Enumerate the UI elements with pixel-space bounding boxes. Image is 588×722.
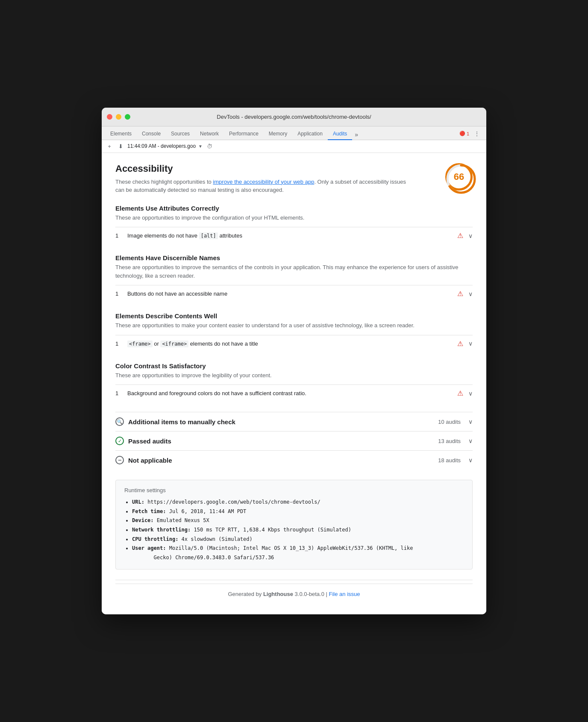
additional-items-section: 🔍 Additional items to manually check 10 … <box>115 412 473 431</box>
browser-window: DevTools - developers.google.com/web/too… <box>102 108 486 615</box>
code-frame: <frame> <box>127 340 153 347</box>
not-applicable-count: 18 audits <box>438 457 461 464</box>
footer-divider <box>115 580 473 580</box>
audit-warning: ⚠ <box>457 340 463 348</box>
tab-audits[interactable]: Audits <box>328 128 352 140</box>
group-4-desc: These are opportunities to improve the l… <box>115 371 473 380</box>
audit-number: 1 <box>115 232 122 239</box>
add-button[interactable]: + <box>105 142 114 150</box>
minus-circle-icon: − <box>115 456 124 464</box>
file-issue-link[interactable]: File an issue <box>329 591 360 597</box>
expand-icon[interactable]: ∨ <box>468 457 473 464</box>
audit-warning: ⚠ <box>457 232 463 240</box>
group-2-desc: These are opportunities to improve the s… <box>115 263 473 280</box>
search-circle-icon: 🔍 <box>115 417 124 426</box>
audit-text: Image elements do not have [alt] attribu… <box>127 232 452 239</box>
not-applicable-title: Not applicable <box>128 457 434 464</box>
audit-text: Background and foreground colors do not … <box>127 390 452 396</box>
score-number: 66 <box>454 171 464 182</box>
runtime-list: URL: https://developers.google.com/web/t… <box>124 498 464 562</box>
expand-icon[interactable]: ∨ <box>468 291 473 297</box>
audit-number: 1 <box>115 291 122 297</box>
not-applicable-section: − Not applicable 18 audits ∨ <box>115 450 473 470</box>
audit-warning: ⚠ <box>457 290 463 298</box>
additional-items-count: 10 audits <box>438 419 461 425</box>
runtime-settings: Runtime settings URL: https://developers… <box>115 480 473 569</box>
audit-text: Buttons do not have an accessible name <box>127 291 452 297</box>
group-1-desc: These are opportunities to improve the c… <box>115 214 473 222</box>
expand-icon[interactable]: ∨ <box>468 232 473 239</box>
audit-item: 1 <frame> or <iframe> elements do not ha… <box>115 335 473 352</box>
additional-items-title: Additional items to manually check <box>128 418 434 426</box>
error-count: 1 <box>467 131 469 136</box>
accessibility-description: These checks highlight opportunities to … <box>115 178 406 194</box>
tab-network[interactable]: Network <box>195 128 224 140</box>
group-3-title: Elements Describe Contents Well <box>115 312 473 320</box>
main-content: Accessibility These checks highlight opp… <box>102 153 486 615</box>
group-2-title: Elements Have Discernible Names <box>115 254 473 261</box>
sub-toolbar: + ⬇ 11:44:09 AM - developers.goo ▼ ⏱ <box>102 140 486 153</box>
footer: Generated by Lighthouse 3.0.0-beta.0 | F… <box>115 584 473 604</box>
more-tabs-button[interactable]: » <box>352 129 361 140</box>
maximize-button[interactable] <box>125 114 130 120</box>
passed-audits-header[interactable]: ✓ Passed audits 13 audits ∨ <box>115 437 473 445</box>
window-title: DevTools - developers.google.com/web/too… <box>217 114 371 120</box>
runtime-fetch-time: Fetch time: Jul 6, 2018, 11:44 AM PDT <box>132 507 464 517</box>
expand-icon[interactable]: ∨ <box>468 437 473 444</box>
expand-icon[interactable]: ∨ <box>468 340 473 347</box>
tab-elements[interactable]: Elements <box>105 128 137 140</box>
accessibility-title: Accessibility <box>115 163 406 174</box>
score-circle: 66 <box>445 163 473 191</box>
audit-number: 1 <box>115 340 122 347</box>
group-4-title: Color Contrast Is Satisfactory <box>115 362 473 370</box>
runtime-network: Network throttling: 150 ms TCP RTT, 1,63… <box>132 525 464 535</box>
download-button[interactable]: ⬇ <box>116 142 125 150</box>
passed-audits-count: 13 audits <box>438 438 461 444</box>
audit-group-attributes: Elements Use Attributes Correctly These … <box>115 205 473 244</box>
runtime-cpu: CPU throttling: 4x slowdown (Simulated) <box>132 535 464 544</box>
audit-text: <frame> or <iframe> elements do not have… <box>127 340 452 347</box>
group-3-desc: These are opportunities to make your con… <box>115 321 473 330</box>
dropdown-icon[interactable]: ▼ <box>198 144 203 149</box>
warning-icon: ⚠ <box>457 389 463 397</box>
runtime-url: URL: https://developers.google.com/web/t… <box>132 498 464 507</box>
audit-item: 1 Background and foreground colors do no… <box>115 384 473 402</box>
runtime-settings-title: Runtime settings <box>124 487 464 493</box>
additional-items-header[interactable]: 🔍 Additional items to manually check 10 … <box>115 417 473 426</box>
accessibility-header-text: Accessibility These checks highlight opp… <box>115 163 406 194</box>
check-circle-icon: ✓ <box>115 437 124 445</box>
error-icon: 🔴 <box>459 131 465 136</box>
tab-performance[interactable]: Performance <box>224 128 264 140</box>
tab-console[interactable]: Console <box>137 128 166 140</box>
runtime-useragent: User agent: Mozilla/5.0 (Macintosh; Inte… <box>132 544 464 562</box>
audit-number: 1 <box>115 390 122 396</box>
not-applicable-header[interactable]: − Not applicable 18 audits ∨ <box>115 456 473 464</box>
close-button[interactable] <box>107 114 112 120</box>
settings-button[interactable]: ⏱ <box>205 142 214 150</box>
more-options-button[interactable]: ⋮ <box>471 128 483 140</box>
audit-group-contents: Elements Describe Contents Well These ar… <box>115 312 473 352</box>
tab-sources[interactable]: Sources <box>166 128 195 140</box>
code-iframe: <iframe> <box>160 340 188 347</box>
titlebar: DevTools - developers.google.com/web/too… <box>102 108 486 126</box>
devtools-tabs: Elements Console Sources Network Perform… <box>102 126 486 140</box>
tab-application[interactable]: Application <box>292 128 328 140</box>
audit-group-color-contrast: Color Contrast Is Satisfactory These are… <box>115 362 473 402</box>
warning-icon: ⚠ <box>457 290 463 298</box>
lighthouse-label: Lighthouse <box>263 591 293 597</box>
warning-icon: ⚠ <box>457 232 463 240</box>
accessibility-link[interactable]: improve the accessibility of your web ap… <box>213 179 314 185</box>
audit-item: 1 Buttons do not have an accessible name… <box>115 285 473 302</box>
tabs-right-area: 🔴 1 ⋮ <box>459 128 483 140</box>
error-badge: 🔴 1 <box>459 131 469 136</box>
group-1-title: Elements Use Attributes Correctly <box>115 205 473 212</box>
code-alt: [alt] <box>199 232 218 239</box>
traffic-lights <box>107 114 130 120</box>
footer-text: Generated by Lighthouse 3.0.0-beta.0 | F… <box>228 591 360 597</box>
minimize-button[interactable] <box>116 114 121 120</box>
expand-icon[interactable]: ∨ <box>468 418 473 425</box>
audit-warning: ⚠ <box>457 389 463 397</box>
audit-item: 1 Image elements do not have [alt] attri… <box>115 227 473 244</box>
tab-memory[interactable]: Memory <box>264 128 292 140</box>
expand-icon[interactable]: ∨ <box>468 390 473 397</box>
